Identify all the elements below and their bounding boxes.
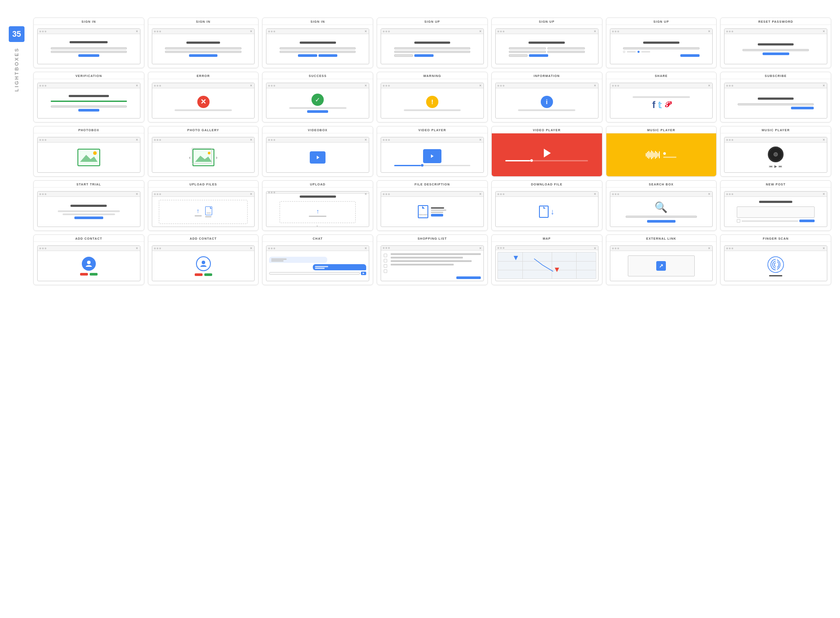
window-mock: ✕ — [37, 245, 140, 281]
svg-marker-0 — [80, 155, 98, 162]
waveform — [646, 150, 660, 159]
card-map[interactable]: MAP ✕ — [491, 234, 602, 285]
card-success[interactable]: SUCCESS ✕ ✓ — [262, 72, 373, 122]
window-mock: ✕ — [37, 191, 140, 227]
window-mock: ✕ — [152, 28, 255, 64]
card-music-player-1[interactable]: MUSIC PLAYER — [606, 126, 717, 177]
card-title: VIDEO PLAYER — [492, 126, 602, 133]
card-body: ✕ ⏮ ▶ ⏭ — [721, 133, 831, 176]
card-body: ✕ — [377, 188, 487, 230]
card-verification[interactable]: VERIFICATION ✕ — [33, 72, 144, 122]
card-external-link[interactable]: EXTERNAL LINK ✕ ↗ — [606, 234, 717, 285]
card-body: ✕ — [34, 242, 144, 285]
card-body: ✕ ↗ — [606, 242, 717, 285]
fingerprint-icon — [767, 256, 784, 273]
upload-area[interactable]: ↑ — [280, 201, 356, 223]
lightboxes-grid: SIGN IN ✕ SIGN IN ✕ — [33, 17, 831, 285]
card-title: SIGN UP — [606, 18, 717, 25]
sidebar: 35 LIGHTBOXES — [9, 17, 24, 92]
card-upload-files[interactable]: UPLOAD FILES ✕ ↑ — [148, 180, 259, 231]
card-body: ✕ 🔍 — [606, 188, 717, 230]
svg-point-1 — [93, 151, 97, 155]
window-mock: ✕ — [724, 83, 827, 119]
card-reset-password[interactable]: RESET PASSWORD ✕ — [720, 17, 831, 68]
map-pin-2 — [555, 268, 559, 272]
card-sign-in-2[interactable]: SIGN IN ✕ — [148, 17, 259, 68]
card-body: ✕ — [492, 242, 602, 285]
card-title: ERROR — [148, 72, 259, 79]
card-add-contact-1[interactable]: ADD CONTACT ✕ — [33, 234, 144, 285]
card-title: DOWNLOAD FILE — [492, 181, 602, 188]
card-body: ✕ ‹ › — [148, 133, 259, 176]
play-btn[interactable]: ▶ — [774, 164, 777, 168]
svg-point-5 — [202, 261, 205, 264]
next-arrow[interactable]: › — [216, 155, 217, 160]
card-warning[interactable]: WARNING ✕ ! — [377, 72, 488, 122]
card-add-contact-2[interactable]: ADD CONTACT ✕ — [148, 234, 259, 285]
card-share[interactable]: SHARE ✕ f 𝕥 𝒫 — [606, 72, 717, 122]
card-information[interactable]: INFORMATION ✕ i — [491, 72, 602, 122]
play-button[interactable] — [310, 151, 326, 164]
card-photobox[interactable]: PHOTOBOX ✕ — [33, 126, 144, 177]
number-badge: 35 — [9, 26, 24, 42]
card-video-player-1[interactable]: VIDEO PLAYER ✕ — [377, 126, 488, 177]
window-mock: ✕ ↓ — [495, 191, 598, 227]
next-btn[interactable]: ⏭ — [779, 164, 782, 168]
facebook-icon: f — [652, 99, 655, 111]
card-body: ✕ — [377, 133, 487, 176]
card-title: SEARCH BOX — [606, 181, 717, 188]
card-shopping-list[interactable]: SHOPPING LIST ✕ — [377, 234, 488, 285]
card-sign-in-1[interactable]: SIGN IN ✕ — [33, 17, 144, 68]
card-finger-scan[interactable]: FINGER SCAN ✕ — [720, 234, 831, 285]
card-subscribe[interactable]: SUBSCRIBE ✕ — [720, 72, 831, 122]
prev-btn[interactable]: ⏮ — [769, 164, 773, 168]
play-button[interactable] — [423, 149, 441, 163]
window-mock: ✕ f 𝕥 𝒫 — [610, 83, 713, 119]
card-chat[interactable]: CHAT ✕ — [262, 234, 373, 285]
card-body: ✕ — [721, 79, 831, 122]
error-icon: ✕ — [197, 96, 210, 108]
card-title: SUCCESS — [262, 72, 373, 79]
card-new-post[interactable]: NEW POST ✕ — [720, 180, 831, 231]
warning-icon: ! — [426, 96, 438, 108]
window-mock: ✕ — [381, 245, 484, 281]
info-icon: i — [541, 96, 553, 108]
search-icon: 🔍 — [654, 201, 668, 213]
window-mock: ✕ ✓ — [266, 83, 369, 119]
card-sign-up-2[interactable]: SIGN UP ✕ — [491, 17, 602, 68]
card-download-file[interactable]: DOWNLOAD FILE ✕ ↓ — [491, 180, 602, 231]
card-file-description[interactable]: FILE DESCRIPTION ✕ — [377, 180, 488, 231]
pinterest-icon: 𝒫 — [665, 100, 670, 109]
card-title: INFORMATION — [492, 72, 602, 79]
prev-arrow[interactable]: ‹ — [189, 155, 190, 160]
card-start-trial[interactable]: START TRIAL ✕ — [33, 180, 144, 231]
card-body: ✕ ↑ — [148, 188, 259, 230]
card-title: FILE DESCRIPTION — [377, 181, 487, 188]
card-title: START TRIAL — [34, 181, 144, 188]
card-videobox[interactable]: VIDEOBOX ✕ — [262, 126, 373, 177]
card-video-player-2[interactable]: VIDEO PLAYER — [491, 126, 602, 177]
window-mock: ✕ — [610, 28, 713, 64]
card-title: WARNING — [377, 72, 487, 79]
card-sign-up-1[interactable]: SIGN UP ✕ — [377, 17, 488, 68]
card-sign-in-3[interactable]: SIGN IN ✕ — [262, 17, 373, 68]
card-body: ✕ — [34, 25, 144, 68]
card-body: ✕ — [606, 25, 717, 68]
avatar — [82, 257, 96, 271]
card-body: ✕ — [34, 133, 144, 176]
card-body: ✕ — [148, 242, 259, 285]
card-error[interactable]: ERROR ✕ ✕ — [148, 72, 259, 122]
window-mock: ✕ — [266, 137, 369, 173]
card-sign-up-3[interactable]: SIGN UP ✕ — [606, 17, 717, 68]
window-mock: ✕ — [724, 191, 827, 227]
card-photo-gallery[interactable]: PHOTO GALLERY ✕ ‹ › — [148, 126, 259, 177]
card-title: NEW POST — [721, 181, 831, 188]
card-search-box[interactable]: SEARCH BOX ✕ 🔍 — [606, 180, 717, 231]
twitter-icon: 𝕥 — [658, 100, 662, 110]
card-body: ✕ ✕ — [148, 79, 259, 122]
window-mock: ✕ — [381, 28, 484, 64]
window-mock: ✕ ↑ — [152, 191, 255, 227]
card-music-player-2[interactable]: MUSIC PLAYER ✕ ⏮ ▶ ⏭ — [720, 126, 831, 177]
card-body: ✕ ✓ — [262, 79, 373, 122]
card-upload[interactable]: UPLOAD ✕ ↑ — [262, 180, 373, 231]
